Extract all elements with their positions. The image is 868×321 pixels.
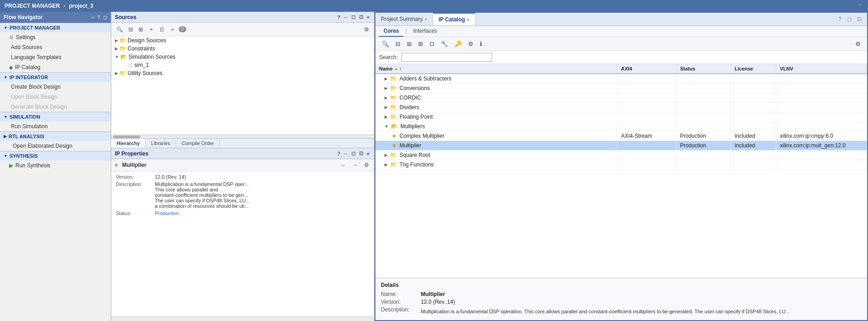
tab-ip-catalog-close[interactable]: × bbox=[467, 17, 469, 22]
ip-expand-dividers[interactable]: ▶ bbox=[385, 105, 388, 110]
ip-expand-multipliers[interactable]: ▼ bbox=[385, 124, 389, 129]
sources-restore-icon[interactable]: ◻ bbox=[350, 14, 356, 20]
sources-search-icon[interactable]: 🔍 bbox=[114, 25, 125, 34]
ip-toolbar-gear-icon[interactable]: ⚙ bbox=[465, 39, 476, 49]
ip-prop-back-icon[interactable]: ← bbox=[338, 160, 348, 170]
ip-expand-adders[interactable]: ▶ bbox=[385, 76, 388, 81]
ip-search-input[interactable] bbox=[401, 53, 492, 62]
flow-nav-icon-1[interactable]: ═ bbox=[91, 15, 94, 20]
tab-compile-order[interactable]: Compile Order bbox=[176, 139, 220, 148]
table-row-multipliers[interactable]: ▼ 📂 Multipliers bbox=[375, 122, 867, 131]
ip-prop-maximize-icon[interactable]: ⊡ bbox=[358, 150, 364, 157]
ip-toolbar-search-icon[interactable]: 🔍 bbox=[379, 39, 392, 49]
nav-section-project-manager[interactable]: ▼ PROJECT MANAGER bbox=[0, 23, 111, 32]
ip-expand-floating-point[interactable]: ▶ bbox=[385, 115, 388, 119]
table-row-multiplier[interactable]: ★ Multiplier Production Included xilinx.… bbox=[375, 141, 867, 150]
nav-item-open-elaborated-design[interactable]: Open Elaborated Design bbox=[0, 141, 111, 151]
ip-prop-status-value[interactable]: Production bbox=[155, 211, 179, 216]
nav-item-open-block-design[interactable]: Open Block Design bbox=[0, 92, 111, 102]
catalog-help-icon[interactable]: ? bbox=[837, 15, 843, 23]
ip-toolbar-info-icon[interactable]: ℹ bbox=[477, 39, 485, 49]
col-header-status[interactable]: Status bbox=[676, 64, 731, 73]
tab-hierarchy[interactable]: Hierarchy bbox=[111, 139, 146, 148]
sources-gear-icon[interactable]: ⚙ bbox=[362, 25, 371, 34]
table-row-conversions[interactable]: ▶ 📁 Conversions bbox=[375, 84, 867, 93]
tree-item-design-sources[interactable]: ▶ 📁 Design Sources bbox=[111, 36, 374, 45]
nav-item-run-simulation[interactable]: Run Simulation bbox=[0, 121, 111, 131]
table-row-complex-multiplier[interactable]: ★ Complex Multiplier AXI4-Stream Product… bbox=[375, 131, 867, 141]
ip-expand-cordic[interactable]: ▶ bbox=[385, 95, 388, 100]
col-header-name[interactable]: Name ▲ 1 bbox=[375, 64, 617, 73]
ip-prop-minimize-icon[interactable]: ─ bbox=[343, 150, 349, 157]
ip-prop-bottom-scroll[interactable] bbox=[111, 316, 374, 321]
ip-toolbar-filter2-icon[interactable]: 🔧 bbox=[438, 39, 451, 49]
ip-toolbar-settings-icon[interactable]: ⚙ bbox=[853, 39, 863, 49]
ip-expand-trig[interactable]: ▶ bbox=[385, 162, 388, 167]
ip-prop-help-icon[interactable]: ? bbox=[336, 150, 341, 157]
table-row-dividers[interactable]: ▶ 📁 Dividers bbox=[375, 103, 867, 112]
sources-file-icon[interactable]: 🗋 bbox=[157, 25, 167, 34]
ip-toolbar-collapse-icon[interactable]: ⊟ bbox=[393, 39, 403, 49]
tree-expand-design-sources[interactable]: ▶ bbox=[115, 38, 118, 43]
nav-section-rtl-analysis[interactable]: ▶ RTL ANALYSIS bbox=[0, 131, 111, 141]
sources-close-icon[interactable]: × bbox=[366, 14, 370, 20]
col-header-vlnv[interactable]: VLNV bbox=[776, 64, 867, 73]
ip-prop-restore-icon[interactable]: ◻ bbox=[350, 150, 356, 157]
tree-item-utility-sources[interactable]: ▶ 📁 Utility Sources bbox=[111, 69, 374, 77]
table-row-floating-point[interactable]: ▶ 📁 Floating Point bbox=[375, 112, 867, 122]
sources-maximize-icon[interactable]: ⊡ bbox=[358, 14, 364, 20]
sub-tab-cores[interactable]: Cores bbox=[379, 26, 404, 37]
table-row-trig-functions[interactable]: ▶ 📁 Trig Functions bbox=[375, 160, 867, 170]
ip-prop-close-icon[interactable]: × bbox=[366, 150, 370, 157]
nav-item-run-synthesis[interactable]: ▶ Run Synthesis bbox=[0, 160, 111, 171]
tab-project-summary[interactable]: Project Summary × bbox=[375, 13, 433, 25]
table-row-adders[interactable]: ▶ 📁 Adders & Subtracters bbox=[375, 74, 867, 84]
flow-nav-header-icons: ═ ? ◻ bbox=[91, 15, 107, 20]
sources-minimize-icon[interactable]: ─ bbox=[343, 14, 349, 20]
sources-expand-icon[interactable]: ⊞ bbox=[136, 25, 145, 34]
flow-nav-icon-3[interactable]: ◻ bbox=[103, 15, 107, 20]
table-row-cordic[interactable]: ▶ 📁 CORDIC bbox=[375, 93, 867, 103]
ip-cell-conversions-name: ▶ 📁 Conversions bbox=[375, 84, 617, 93]
nav-item-add-sources[interactable]: Add Sources bbox=[0, 42, 111, 52]
ip-toolbar-filter1-icon[interactable]: ⊡ bbox=[427, 39, 437, 49]
nav-section-simulation[interactable]: ▼ SIMULATION bbox=[0, 112, 111, 121]
tab-project-summary-close[interactable]: × bbox=[424, 17, 427, 22]
tab-libraries[interactable]: Libraries bbox=[146, 139, 176, 148]
ip-label-mult: Multiplier bbox=[399, 142, 421, 149]
tree-item-sim-1[interactable]: 📄 sim_1 bbox=[111, 61, 374, 69]
nav-section-ip-integrator[interactable]: ▼ IP INTEGRATOR bbox=[0, 72, 111, 82]
catalog-maximize-icon[interactable]: ⊡ bbox=[855, 15, 863, 23]
nav-section-synthesis[interactable]: ▼ SYNTHESIS bbox=[0, 151, 111, 160]
col-header-license[interactable]: License bbox=[731, 64, 776, 73]
ip-toolbar-expand-icon[interactable]: ⊞ bbox=[404, 39, 414, 49]
ip-expand-square-root[interactable]: ▶ bbox=[385, 153, 388, 157]
help-icon-title[interactable]: ? bbox=[857, 2, 863, 10]
sources-circle-icon[interactable]: ⚬ bbox=[168, 25, 177, 34]
ip-prop-forward-icon[interactable]: → bbox=[350, 160, 360, 170]
tree-item-simulation-sources[interactable]: ▼ 📂 Simulation Sources bbox=[111, 53, 374, 61]
sources-hscroll[interactable] bbox=[111, 135, 374, 138]
nav-item-ip-catalog[interactable]: ◆ IP Catalog bbox=[0, 62, 111, 72]
flow-nav-icon-2[interactable]: ? bbox=[97, 15, 100, 20]
table-row-square-root[interactable]: ▶ 📁 Square Root bbox=[375, 150, 867, 160]
tree-expand-constraints[interactable]: ▶ bbox=[115, 46, 118, 51]
nav-item-generate-block-design[interactable]: Generate Block Design bbox=[0, 102, 111, 112]
tree-expand-utility-sources[interactable]: ▶ bbox=[115, 71, 118, 75]
catalog-restore-icon[interactable]: ◻ bbox=[845, 15, 853, 23]
ip-prop-gear-icon[interactable]: ⚙ bbox=[362, 160, 371, 170]
tree-expand-sim-sources[interactable]: ▼ bbox=[115, 55, 119, 59]
nav-item-language-templates[interactable]: Language Templates bbox=[0, 52, 111, 62]
sub-tab-interfaces[interactable]: Interfaces bbox=[409, 26, 442, 37]
nav-item-create-block-design[interactable]: Create Block Design bbox=[0, 82, 111, 92]
nav-item-settings[interactable]: ⚙ Settings bbox=[0, 32, 111, 42]
ip-toolbar-key-icon[interactable]: 🔑 bbox=[452, 39, 464, 49]
sources-collapse-icon[interactable]: ⊟ bbox=[126, 25, 135, 34]
sources-help-icon[interactable]: ? bbox=[336, 14, 341, 20]
col-header-axi4[interactable]: AXI4 bbox=[617, 64, 676, 73]
tab-ip-catalog[interactable]: IP Catalog × bbox=[433, 13, 475, 25]
tree-item-constraints[interactable]: ▶ 📁 Constraints bbox=[111, 45, 374, 53]
ip-expand-conversions[interactable]: ▶ bbox=[385, 86, 388, 90]
sources-add-icon[interactable]: ＋ bbox=[146, 24, 156, 35]
ip-toolbar-hierarchy-icon[interactable]: ⊞ bbox=[415, 39, 426, 49]
